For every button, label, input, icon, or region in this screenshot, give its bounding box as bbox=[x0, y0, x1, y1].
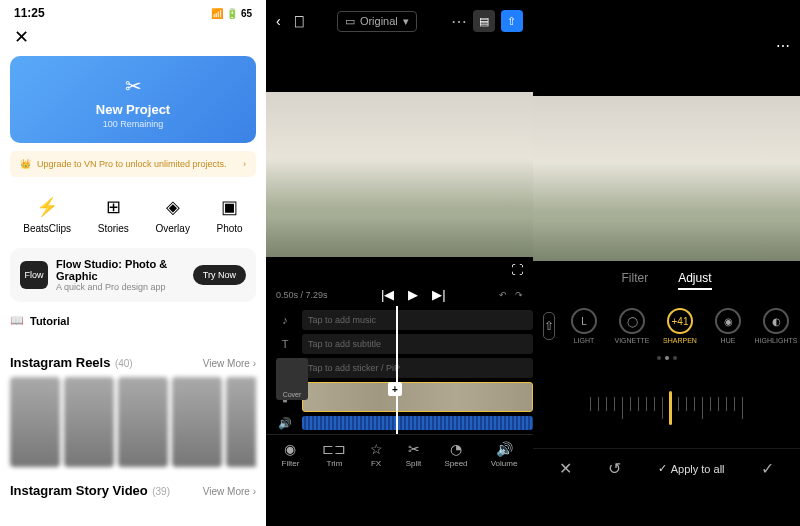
reels-thumbs[interactable] bbox=[10, 377, 256, 467]
undo-button[interactable]: ↶ bbox=[499, 290, 507, 300]
thumb[interactable] bbox=[226, 377, 256, 467]
text-icon: T bbox=[276, 338, 294, 350]
adjust-screen: ⋯ Filter Adjust ⇧ LLIGHT ◯VIGNETTE +41SH… bbox=[533, 0, 800, 526]
adj-light[interactable]: LLIGHT bbox=[565, 308, 603, 344]
aspect-selector[interactable]: ▭ Original ▾ bbox=[337, 11, 417, 32]
audio-track[interactable]: 🔊 bbox=[276, 416, 533, 430]
adjust-actions: ✕ ↺ ✓Apply to all ✓ bbox=[533, 448, 800, 490]
tool-photo[interactable]: ▣Photo bbox=[217, 195, 243, 234]
more-button[interactable]: ⋯ bbox=[776, 38, 790, 54]
bottom-toolbar: ◉Filter ⊏⊐Trim ☆FX ✂Split ◔Speed 🔊Volume bbox=[266, 434, 533, 474]
cancel-button[interactable]: ✕ bbox=[559, 459, 572, 478]
reset-button[interactable]: ↺ bbox=[608, 459, 621, 478]
editor-screen: ‹ ⎕ ▭ Original ▾ ⋯ ▤ ⇧ ⛶ 0.50s / 7.29s |… bbox=[266, 0, 533, 526]
tool-fx[interactable]: ☆FX bbox=[370, 441, 383, 468]
chevron-right-icon: › bbox=[243, 159, 246, 169]
check-icon: ✓ bbox=[658, 462, 667, 475]
view-more-link[interactable]: View More › bbox=[203, 358, 256, 369]
vol-icon: 🔊 bbox=[496, 441, 513, 457]
prev-frame-button[interactable]: |◀ bbox=[381, 287, 394, 302]
time-current: 0.50s bbox=[276, 290, 298, 300]
next-frame-button[interactable]: ▶| bbox=[432, 287, 445, 302]
bolt-icon: ⚡ bbox=[35, 195, 59, 219]
adj-sharpen[interactable]: +41SHARPEN bbox=[661, 308, 699, 344]
apply-all-toggle[interactable]: ✓Apply to all bbox=[658, 462, 725, 475]
filter-adjust-tabs: Filter Adjust bbox=[533, 261, 800, 300]
thumb[interactable] bbox=[118, 377, 168, 467]
promo-logo: Flow bbox=[20, 261, 48, 289]
speed-icon: ◔ bbox=[450, 441, 462, 457]
video-preview[interactable] bbox=[266, 92, 533, 257]
new-project-sub: 100 Remaining bbox=[10, 119, 256, 129]
fullscreen-button[interactable]: ⛶ bbox=[266, 257, 533, 283]
cover-button[interactable]: Cover bbox=[276, 358, 308, 400]
editor-topbar: ‹ ⎕ ▭ Original ▾ ⋯ ▤ ⇧ bbox=[266, 0, 533, 42]
tool-split[interactable]: ✂Split bbox=[406, 441, 422, 468]
star-icon: ☆ bbox=[370, 441, 383, 457]
playhead[interactable] bbox=[396, 306, 398, 434]
filter-icon: ◉ bbox=[284, 441, 296, 457]
trim-icon: ⊏⊐ bbox=[322, 441, 346, 457]
split-icon: ✂ bbox=[408, 441, 420, 457]
overlay-icon: ◈ bbox=[161, 195, 185, 219]
close-button[interactable]: ✕ bbox=[0, 26, 266, 48]
section-title: Instagram Reels bbox=[10, 355, 110, 370]
section-story: Instagram Story Video (39) View More › bbox=[0, 481, 266, 505]
music-track[interactable]: ♪Tap to add music bbox=[276, 310, 533, 330]
save-button[interactable]: ▤ bbox=[473, 10, 495, 32]
status-bar: 11:25 📶 🔋 65 bbox=[0, 0, 266, 26]
tool-trim[interactable]: ⊏⊐Trim bbox=[322, 441, 346, 468]
adj-vignette[interactable]: ◯VIGNETTE bbox=[613, 308, 651, 344]
tool-beatsclips[interactable]: ⚡BeatsClips bbox=[23, 195, 71, 234]
thumb[interactable] bbox=[172, 377, 222, 467]
adj-hue[interactable]: ◉HUE bbox=[709, 308, 747, 344]
grid-icon: ⊞ bbox=[101, 195, 125, 219]
redo-button[interactable]: ↷ bbox=[515, 290, 523, 300]
video-preview[interactable] bbox=[533, 96, 800, 261]
thumb[interactable] bbox=[10, 377, 60, 467]
new-project-card[interactable]: ✂ New Project 100 Remaining bbox=[10, 56, 256, 143]
tool-volume[interactable]: 🔊Volume bbox=[491, 441, 518, 468]
promo-card[interactable]: Flow Flow Studio: Photo & Graphic A quic… bbox=[10, 248, 256, 302]
subtitle-track[interactable]: TTap to add subtitle bbox=[276, 334, 533, 354]
export-button[interactable]: ⇧ bbox=[501, 10, 523, 32]
tool-row: ⚡BeatsClips ⊞Stories ◈Overlay ▣Photo bbox=[0, 187, 266, 248]
bookmark-icon[interactable]: ⎕ bbox=[295, 13, 303, 29]
video-track[interactable]: ▮ bbox=[276, 382, 533, 412]
sticker-track[interactable]: ◧Tap to add sticker / PiP bbox=[276, 358, 533, 378]
book-icon: 📖 bbox=[10, 314, 24, 327]
adj-highlights[interactable]: ◐HIGHLIGHTS bbox=[757, 308, 795, 344]
try-now-button[interactable]: Try Now bbox=[193, 265, 246, 285]
view-more-link[interactable]: View More › bbox=[203, 486, 256, 497]
timeline-tracks[interactable]: ♪Tap to add music TTap to add subtitle ◧… bbox=[266, 306, 533, 434]
section-reels: Instagram Reels (40) View More › bbox=[0, 353, 266, 467]
tab-filter[interactable]: Filter bbox=[621, 271, 648, 290]
timeline-controls: 0.50s / 7.29s |◀ ▶ ▶| ↶ ↷ bbox=[266, 283, 533, 306]
tutorial-link[interactable]: 📖 Tutorial bbox=[10, 314, 256, 327]
confirm-button[interactable]: ✓ bbox=[761, 459, 774, 478]
section-title: Instagram Story Video bbox=[10, 483, 148, 498]
tool-stories[interactable]: ⊞Stories bbox=[98, 195, 129, 234]
crown-icon: 👑 bbox=[20, 159, 31, 169]
tool-speed[interactable]: ◔Speed bbox=[444, 441, 467, 468]
battery-icon: 🔋 bbox=[226, 8, 238, 19]
photo-icon: ▣ bbox=[218, 195, 242, 219]
value-slider[interactable] bbox=[533, 378, 800, 438]
promo-title: Flow Studio: Photo & Graphic bbox=[56, 258, 185, 282]
volume-icon: 🔊 bbox=[276, 417, 294, 430]
new-project-title: New Project bbox=[10, 102, 256, 117]
thumb[interactable] bbox=[64, 377, 114, 467]
tool-overlay[interactable]: ◈Overlay bbox=[155, 195, 189, 234]
tab-adjust[interactable]: Adjust bbox=[678, 271, 711, 290]
share-button[interactable]: ⇧ bbox=[543, 312, 555, 340]
back-button[interactable]: ‹ bbox=[276, 13, 281, 29]
upgrade-banner[interactable]: 👑 Upgrade to VN Pro to unlock unlimited … bbox=[10, 151, 256, 177]
tool-filter[interactable]: ◉Filter bbox=[282, 441, 300, 468]
add-clip-button[interactable]: + bbox=[388, 382, 402, 396]
more-icon[interactable]: ⋯ bbox=[451, 12, 467, 31]
adjustment-row[interactable]: ⇧ LLIGHT ◯VIGNETTE +41SHARPEN ◉HUE ◐HIGH… bbox=[533, 300, 800, 352]
banner-text: Upgrade to VN Pro to unlock unlimited pr… bbox=[37, 159, 237, 169]
slider-indicator[interactable] bbox=[669, 391, 672, 425]
play-button[interactable]: ▶ bbox=[408, 287, 418, 302]
page-dots bbox=[533, 352, 800, 364]
